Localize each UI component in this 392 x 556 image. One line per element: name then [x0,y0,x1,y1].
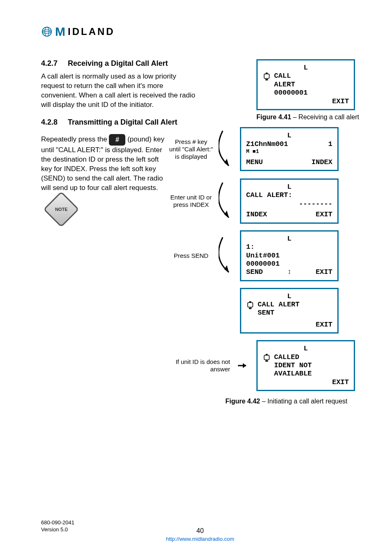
figure-text: – Receiving a call alert [291,114,359,120]
lcd-line: ALERT [274,81,308,89]
lcd-line: 00000001 [246,260,332,268]
lcd-signal: L [263,64,349,72]
heading-427: 4.2.7 Receiving a Digital Call Alert [41,59,197,68]
pound-key-icon: # [109,134,125,146]
lcd-softkey-exit: EXIT [263,97,349,106]
svg-rect-15 [264,355,270,359]
lcd-sent: L CALL ALERT SENT EXIT [240,288,339,334]
lcd-line: CALLED [274,353,312,361]
svg-rect-12 [249,308,251,309]
lcd-signal: L [246,235,332,243]
svg-marker-14 [243,363,246,368]
lcd-not-available: L CALLED IDENT NOT AVAILABLE EXIT [256,340,355,391]
bell-icon [263,353,271,362]
doc-version: Version 5.0 [41,526,68,533]
lcd-softkey-exit: EXIT [263,378,349,387]
svg-rect-5 [266,73,268,74]
text-before-key: Repeatedly press the [41,135,109,143]
lcd-softkey-menu: MENU [246,158,263,167]
svg-marker-9 [224,265,229,272]
lcd-call-alert-entry: L CALL ALERT: -------- INDEX EXIT [240,178,339,224]
note-icon: NOTE [43,192,79,228]
lcd-signal: L [263,345,349,353]
lcd-signal: L [246,183,332,191]
lcd-channel-num: 1 [328,140,332,148]
figure-number: Figure 4.42 [225,398,260,405]
lcd-softkey-index: INDEX [311,158,332,167]
lcd-scroll-icon: ↕ [287,268,291,276]
arrow-icon [219,233,235,278]
flow-label-d: If unit ID is does not answer [168,358,230,373]
lcd-signal: L [246,292,332,301]
footer-url: http://www.midlandradio.com [41,536,359,542]
flow-label-c: Press SEND [168,252,214,259]
lcd-line: 1: [246,243,332,251]
lcd-softkey-index: INDEX [246,211,267,219]
bell-icon [263,72,271,81]
doc-number: 680-090-2041 [41,519,74,526]
heading-428: 4.2.8 Transmitting a Digital Call Alert [41,118,197,127]
paragraph-427: A call alert is normally used as a low p… [41,72,197,110]
lcd-home: L Z1ChnNm001 1 M ■1 MENU INDEX [240,127,339,171]
svg-rect-11 [249,301,251,303]
lcd-line: CALL ALERT [258,301,300,309]
lcd-icons: M ■1 [246,148,332,155]
brand-logo: MIDLAND [41,25,359,39]
bell-icon [246,301,254,310]
paragraph-428: Repeatedly press the # (pound) key until… [41,134,164,193]
svg-rect-10 [248,303,253,307]
lcd-softkey-exit: EXIT [316,211,332,219]
svg-rect-17 [265,360,268,361]
lcd-signal: L [246,132,332,140]
heading-number: 4.2.7 [41,59,66,68]
svg-rect-4 [264,74,270,79]
flow-label-b: Enter unit ID or press INDEX [168,194,214,208]
svg-marker-8 [224,211,229,218]
lcd-receive-alert: L CALL ALERT 00000001 EXIT [256,59,355,110]
heading-number: 4.2.8 [41,118,66,127]
lcd-softkey-exit: EXIT [246,321,332,329]
svg-marker-7 [224,159,229,166]
arrow-right-icon [237,359,249,372]
figure-number: Figure 4.41 [256,114,291,120]
lcd-line: CALL ALERT: [246,191,332,199]
note-label: NOTE [55,207,68,212]
lcd-index-list: L 1: Unit#001 00000001 SEND ↕ EXIT [240,230,339,281]
flow-label-a: Press # key until "Call Alert:" is displ… [168,138,214,160]
heading-title: Transmitting a Digital Call Alert [68,118,177,126]
lcd-entry-field: -------- [246,200,332,208]
lcd-line: AVAILABLE [274,370,312,378]
lcd-line: Unit#001 [246,252,332,260]
page-number: 40 [196,527,204,535]
svg-rect-16 [266,354,268,355]
logo-text: IDLAND [68,26,115,37]
lcd-softkey-send: SEND [246,268,263,276]
text-after-key: (pound) key until "CALL ALERT:" is displ… [41,135,164,191]
figure-caption-441: Figure 4.41 – Receiving a call alert [256,114,359,121]
lcd-line: Z1ChnNm001 [246,140,288,148]
svg-rect-6 [265,79,268,81]
figure-caption-442: Figure 4.42 – Initiating a call alert re… [218,398,355,405]
globe-icon [41,26,53,37]
arrow-icon [219,178,235,224]
lcd-line: SENT [258,309,300,317]
page-footer: 680-090-2041 Version 5.0 40 http://www.m… [41,519,359,542]
lcd-line: IDENT NOT [274,361,312,370]
lcd-line: CALL [274,72,308,80]
lcd-softkey-exit: EXIT [316,268,332,276]
figure-text: – Initiating a call alert request [260,398,348,405]
heading-title: Receiving a Digital Call Alert [68,59,168,67]
arrow-icon [219,127,235,172]
lcd-line: 00000001 [274,89,308,97]
